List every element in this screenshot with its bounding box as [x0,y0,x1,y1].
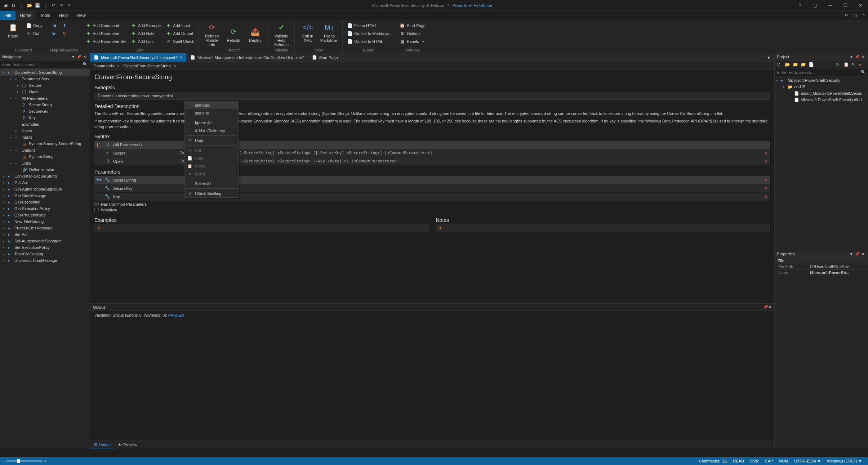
ctx-standrd[interactable]: stand rd [185,109,238,117]
new-folder2-icon[interactable]: 📁 [801,62,807,67]
refresh-module-button[interactable]: ⟳Refresh Module Info [202,22,222,47]
add-link-button[interactable]: ✚Add Link [129,37,163,45]
nav-back-button[interactable]: ◀ [50,22,59,30]
zoom-out-icon[interactable]: − [3,459,5,463]
tree-node[interactable]: ▫Notes [0,128,90,134]
copy-button[interactable]: 📄Copy [25,22,44,30]
breadcrumb-commands[interactable]: Commands [94,64,114,68]
delete-icon[interactable]: ✕ [761,159,770,164]
add-parameter-set-button[interactable]: ✚Add Parameter Set [84,37,128,45]
copy-icon[interactable]: 📋 [843,62,850,67]
add-example-icon[interactable]: ✚ [94,226,103,231]
tree-node-root[interactable]: ▾▸ConvertFrom-SecureString [0,69,90,76]
ctx-ignore-all[interactable]: Ignore All [185,119,238,127]
doc-tab-1[interactable]: 📄Microsoft.PowerShell.Security.dll-Help.… [90,53,187,62]
validate-button[interactable]: ✔Validate Help Schema [271,22,291,47]
panel-dropdown-icon[interactable]: ▼ [849,252,854,256]
help-tab[interactable]: Help [54,11,72,20]
new-icon[interactable]: 🗋 [11,3,17,8]
undo-icon[interactable]: ↶ [50,3,56,8]
maximize-icon[interactable]: ❐ [838,0,853,10]
new-file-icon[interactable]: 📄 [809,62,815,67]
project-root[interactable]: ▾▸Microsoft.PowerShell.Security [775,77,868,84]
qat-dropdown-icon[interactable]: ▼ [66,3,72,8]
tree-node[interactable]: ▾▫All Parameters [0,95,90,102]
ribbon-toggle-icon[interactable]: ▢ [807,0,823,10]
add-note-button[interactable]: ✚Add Note [129,30,163,37]
add-command-button[interactable]: ✚Add Command [84,22,128,30]
tree-node[interactable]: ▸▸Unprotect-CmsMessage [0,257,90,264]
delete-icon[interactable]: ✕ [761,194,770,199]
tree-node[interactable]: ▸▸Get-CmsMessage [0,192,90,199]
project-file[interactable]: 📄about_Microsoft.PowerShell.Securi... [775,90,868,97]
project-file[interactable]: 📄Microsoft.PowerShell.Security.dll-H... [775,97,868,103]
tree-node[interactable]: ▫Examples [0,121,90,128]
panel-close-icon[interactable]: ✕ [860,252,866,256]
add-note-icon[interactable]: ✚ [436,226,445,231]
tools-tab[interactable]: Tools [36,11,54,20]
panel-close-icon[interactable]: ✕ [82,55,88,59]
synopsis-field[interactable]: Converts a secure string to an encrypted… [94,92,770,100]
new-folder-icon[interactable]: 📁 [793,62,799,67]
tree-node[interactable]: ▸▸Protect-CmsMessage [0,225,90,231]
panel-dropdown-icon[interactable]: ▼ [70,55,76,59]
panel-pin-icon[interactable]: 📌 [854,55,860,59]
panel-pin-icon[interactable]: 📌 [763,305,768,309]
file-to-markdown-button[interactable]: M↓File to Markdown [319,22,339,43]
preview-tab[interactable]: 👁Preview [114,441,141,448]
new-project-icon[interactable]: 🗋 [777,62,783,67]
deploy-button[interactable]: 📤Deploy [245,22,265,47]
ctx-add-dictionary[interactable]: Add to Dictionary [185,127,238,135]
tree-node[interactable]: ▸▸New-FileCatalog [0,218,90,225]
tree-node[interactable]: ▸▸Get-AuthenticodeSignature [0,186,90,192]
file-tab[interactable]: File [0,11,15,20]
zoom-slider[interactable]: − + [3,459,46,463]
help-icon[interactable]: ? [792,0,807,10]
add-output-button[interactable]: ✚Add Output [164,30,196,37]
tree-node[interactable]: ▾▫Links [0,160,90,166]
edit-in-xml-button[interactable]: </>Edit in XML [298,22,318,43]
doc-tab-3[interactable]: 📄Start Page [308,53,342,62]
tree-node[interactable]: ▸▸Set-AuthenticodeSignature [0,238,90,244]
zoom-in-icon[interactable]: + [44,459,46,463]
nav-home-button[interactable]: ⚲ [60,30,69,37]
collapse-ribbon-icon[interactable]: ^ [859,11,868,20]
checkbox-checked[interactable]: ✔ [103,151,112,155]
workflow-checkbox[interactable]: Workflow [94,208,770,212]
rename-icon[interactable]: ✎ [851,62,858,67]
tree-node[interactable]: ▸▸Get-Acl [0,179,90,186]
panel-dropdown-icon[interactable]: ▼ [849,55,854,59]
search-icon[interactable]: 🔍 [83,62,88,67]
refresh-icon[interactable]: ⟳ [836,62,842,67]
notes-toolbar[interactable]: ✚ [436,224,770,232]
tree-node[interactable]: 🔗Online version: [0,166,90,173]
delete-icon[interactable]: ✕ [761,151,770,156]
project-folder[interactable]: ▾📂en-US [775,84,868,90]
search-icon[interactable]: 🔍 [861,70,866,75]
properties-group[interactable]: File [775,258,868,264]
cmdlet-to-md-button[interactable]: 📄Cmdlet to Markdown [346,30,392,37]
nav-up-button[interactable]: ⬆ [60,22,69,30]
open-project-icon[interactable]: 📂 [785,62,791,67]
ctx-undo[interactable]: ↶Undo [185,137,238,144]
tree-node[interactable]: ▾▫Parameter Sets [0,76,90,82]
tab-close-icon[interactable]: ✕ [180,55,183,59]
tree-node[interactable]: ▾▫Outputs [0,147,90,153]
tree-node[interactable]: ▸▸Get-PfxCertificate [0,212,90,218]
ctx-check-spelling[interactable]: ✔Check Spelling [185,189,238,197]
ctx-standard[interactable]: standard [185,101,238,109]
cmdlet-to-html-button[interactable]: 📄Cmdlet to HTML [346,37,392,45]
tree-node[interactable]: ▸▸ConvertTo-SecureString [0,173,90,179]
tree-node[interactable]: ▸▸Get-ExecutionPolicy [0,205,90,212]
panel-close-icon[interactable]: ✕ [860,55,866,59]
panel-close-icon[interactable]: ✕ [768,305,771,309]
panel-pin-icon[interactable]: 📌 [854,252,860,256]
examples-toolbar[interactable]: ✚ [94,224,429,232]
tree-node[interactable]: ▸[ ]Secure [0,82,90,89]
file-to-html-button[interactable]: 📄File to HTML [346,22,392,30]
nav-fwd-button[interactable]: ▶ [50,30,59,37]
spell-check-button[interactable]: ✔Spell Check [164,37,196,45]
add-example-button[interactable]: ✚Add Example [129,22,163,30]
status-eol[interactable]: Windows (CRLF) ▼ [824,459,865,463]
tab-overflow-icon[interactable]: ▼ [763,53,774,62]
